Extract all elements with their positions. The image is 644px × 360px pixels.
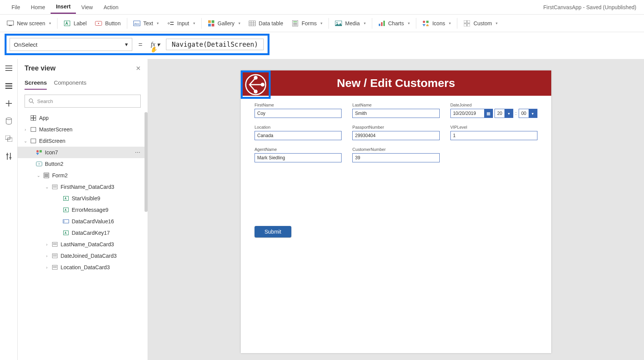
more-icon[interactable]: ⋯ — [135, 149, 141, 155]
screen-icon — [7, 20, 14, 27]
svg-rect-8 — [170, 22, 174, 23]
data-table-button[interactable]: Data table — [245, 18, 287, 29]
svg-line-50 — [32, 102, 34, 103]
tree-node-datacardkey17[interactable]: DataCardKey17 — [18, 227, 148, 239]
forms-button[interactable]: Forms▾ — [288, 18, 327, 29]
tools-icon[interactable] — [3, 151, 14, 162]
input-agentname[interactable] — [255, 153, 342, 162]
svg-rect-75 — [53, 244, 57, 245]
tree-node-errormessage9[interactable]: ErrorMessage9 — [18, 204, 148, 216]
svg-rect-21 — [293, 23, 297, 24]
submit-button[interactable]: Submit — [255, 226, 291, 237]
gallery-button[interactable]: Gallery▾ — [204, 18, 244, 29]
tree-node-firstname-datacard[interactable]: ⌄ FirstName_DataCard3 — [18, 181, 148, 193]
property-dropdown[interactable]: OnSelect ▾ — [10, 38, 132, 51]
svg-rect-10 — [208, 20, 211, 23]
tree-node-editscreen[interactable]: ⌄ EditScreen — [18, 135, 148, 147]
field-agentname: AgentName — [255, 147, 342, 162]
tab-components[interactable]: Components — [54, 77, 86, 90]
svg-rect-67 — [53, 187, 57, 187]
tree-node-masterscreen[interactable]: › MasterScreen — [18, 124, 148, 135]
menu-action[interactable]: Action — [98, 1, 124, 13]
custom-button[interactable]: Custom▾ — [460, 18, 501, 29]
hamburger-icon[interactable] — [3, 63, 14, 74]
svg-rect-55 — [31, 128, 36, 132]
svg-rect-77 — [53, 255, 57, 255]
input-lastname[interactable] — [352, 109, 439, 118]
tree-node-button2[interactable]: Button2 — [18, 158, 148, 170]
svg-point-4 — [98, 23, 99, 24]
svg-rect-54 — [34, 118, 36, 121]
input-button[interactable]: Input▾ — [163, 18, 199, 29]
button-button[interactable]: Button — [91, 18, 124, 29]
canvas-screen: New / Edit Customers FirstName LastName … — [241, 70, 551, 353]
menu-view[interactable]: View — [76, 1, 98, 13]
chevron-down-icon: ▾ — [157, 21, 159, 25]
formula-input[interactable]: Navigate(DetailScreen) — [166, 39, 264, 50]
tab-screens[interactable]: Screens — [25, 77, 47, 90]
tree-node-icon7[interactable]: Icon7 ⋯ — [18, 147, 148, 158]
scrollbar[interactable] — [145, 112, 148, 212]
datepicker-datejoined[interactable]: 10/20/2019 ▦ — [450, 109, 493, 118]
fx-button[interactable]: fx ▾ ✋ — [149, 41, 163, 48]
svg-rect-37 — [5, 83, 12, 84]
insert-icon[interactable] — [3, 98, 14, 109]
input-location[interactable] — [255, 131, 342, 140]
chevron-down-icon: ▾ — [157, 41, 160, 48]
custom-icon — [463, 20, 470, 27]
data-icon[interactable] — [3, 116, 14, 126]
tree-view-icon[interactable] — [3, 80, 14, 91]
menu-file[interactable]: File — [6, 1, 26, 13]
svg-rect-9 — [170, 24, 174, 25]
hour-dropdown[interactable]: 20 ▾ — [495, 109, 513, 118]
chevron-down-icon: ▾ — [449, 21, 451, 25]
svg-rect-20 — [293, 21, 297, 22]
tree-node-app[interactable]: App — [18, 112, 148, 124]
icons-button[interactable]: Icons▾ — [419, 18, 455, 29]
tree-node-form2[interactable]: ⌄ Form2 — [18, 170, 148, 181]
tree-node-datejoined-datacard[interactable]: › DateJoined_DataCard3 — [18, 250, 148, 262]
new-screen-button[interactable]: New screen▾ — [3, 18, 55, 29]
input-viplevel[interactable] — [450, 131, 537, 140]
svg-rect-56 — [31, 139, 36, 143]
label-viplevel: VIPLevel — [450, 125, 537, 129]
minute-dropdown[interactable]: 00 ▾ — [519, 109, 537, 118]
close-icon[interactable]: ✕ — [136, 65, 141, 72]
chevron-down-icon: ▾ — [529, 109, 537, 118]
svg-rect-26 — [381, 22, 383, 26]
calendar-icon: ▦ — [484, 109, 493, 118]
text-button[interactable]: Abc Text▾ — [130, 18, 163, 29]
back-icon-selected[interactable] — [241, 70, 271, 99]
media-button[interactable]: Media▾ — [331, 18, 369, 29]
menu-insert[interactable]: Insert — [51, 0, 76, 14]
field-location: Location — [255, 125, 342, 140]
svg-rect-51 — [31, 116, 33, 118]
charts-button[interactable]: Charts▾ — [375, 18, 414, 29]
search-input[interactable]: Search — [25, 95, 141, 108]
chevron-down-icon: ▾ — [364, 21, 366, 25]
svg-point-28 — [423, 21, 425, 23]
tree-node-lastname-datacard[interactable]: › LastName_DataCard3 — [18, 239, 148, 250]
charts-icon — [378, 20, 385, 27]
button-icon — [36, 161, 42, 167]
tree-view-title: Tree view — [25, 64, 56, 72]
svg-rect-30 — [464, 20, 467, 23]
tree-node-starvisible9[interactable]: StarVisible9 — [18, 193, 148, 204]
icons-icon — [422, 20, 429, 27]
main-area: Tree view ✕ Screens Components Search Ap… — [0, 59, 644, 360]
button-icon — [95, 20, 102, 27]
input-firstname[interactable] — [255, 109, 342, 118]
svg-rect-53 — [31, 118, 33, 121]
app-title: FirstCanvasApp - Saved (Unpublished) — [543, 4, 638, 10]
tree-node-location-datacard[interactable]: › Location_DataCard3 — [18, 262, 148, 273]
tree-node-datacardvalue16[interactable]: DataCardValue16 — [18, 216, 148, 227]
chevron-down-icon: ▾ — [238, 21, 240, 25]
svg-rect-11 — [212, 20, 214, 23]
input-icon — [167, 20, 174, 27]
menu-home[interactable]: Home — [26, 1, 51, 13]
input-customernumber[interactable] — [352, 153, 439, 162]
svg-rect-35 — [5, 68, 12, 69]
label-button[interactable]: Label — [60, 18, 90, 29]
media-rail-icon[interactable] — [3, 133, 14, 144]
input-passport[interactable] — [352, 131, 439, 140]
